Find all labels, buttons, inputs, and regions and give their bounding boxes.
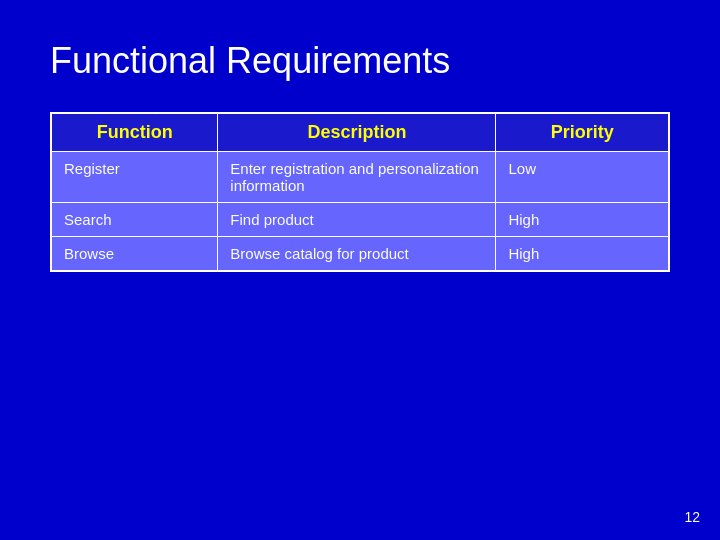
table-row: SearchFind productHigh: [51, 203, 669, 237]
table-row: BrowseBrowse catalog for productHigh: [51, 237, 669, 272]
header-priority: Priority: [496, 113, 669, 152]
requirements-table: Function Description Priority RegisterEn…: [50, 112, 670, 272]
cell-function: Browse: [51, 237, 218, 272]
cell-function: Register: [51, 152, 218, 203]
cell-description: Browse catalog for product: [218, 237, 496, 272]
cell-priority: Low: [496, 152, 669, 203]
cell-priority: High: [496, 237, 669, 272]
cell-priority: High: [496, 203, 669, 237]
cell-description: Enter registration and personalization i…: [218, 152, 496, 203]
cell-function: Search: [51, 203, 218, 237]
slide-container: Functional Requirements Function Descrip…: [0, 0, 720, 540]
header-description: Description: [218, 113, 496, 152]
page-number: 12: [684, 509, 700, 525]
slide-title: Functional Requirements: [50, 40, 670, 82]
table-header-row: Function Description Priority: [51, 113, 669, 152]
table-row: RegisterEnter registration and personali…: [51, 152, 669, 203]
cell-description: Find product: [218, 203, 496, 237]
header-function: Function: [51, 113, 218, 152]
